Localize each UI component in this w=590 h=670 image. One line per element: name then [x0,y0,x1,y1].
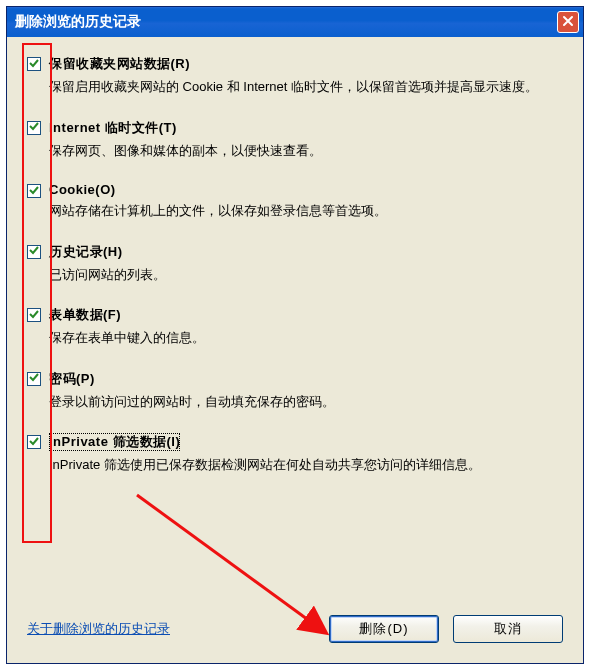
option-desc: 保留启用收藏夹网站的 Cookie 和 Internet 临时文件，以保留首选项… [49,77,563,97]
dialog-footer: 关于删除浏览的历史记录 删除(D) 取消 [7,615,583,663]
cancel-button[interactable]: 取消 [453,615,563,643]
checkbox-passwords[interactable] [27,372,41,386]
option-label: 保留收藏夹网站数据(R) [49,55,563,73]
check-icon [28,308,40,323]
option-passwords: 密码(P) 登录以前访问过的网站时，自动填充保存的密码。 [27,370,563,412]
dialog-content: 保留收藏夹网站数据(R) 保留启用收藏夹网站的 Cookie 和 Interne… [7,37,583,615]
option-label: Cookie(O) [49,182,563,197]
dialog-window: 删除浏览的历史记录 保留收藏夹网站数据(R) 保留启用收藏夹网站的 Cookie… [6,6,584,664]
checkbox-form-data[interactable] [27,308,41,322]
check-icon [28,244,40,259]
option-desc: 登录以前访问过的网站时，自动填充保存的密码。 [49,392,563,412]
check-icon [28,435,40,450]
checkbox-preserve-favorites[interactable] [27,57,41,71]
option-cookie: Cookie(O) 网站存储在计算机上的文件，以保存如登录信息等首选项。 [27,182,563,221]
check-icon [28,120,40,135]
option-desc: 保存在表单中键入的信息。 [49,328,563,348]
option-desc: 保存网页、图像和媒体的副本，以便快速查看。 [49,141,563,161]
svg-line-0 [137,495,322,630]
option-label: Internet 临时文件(T) [49,119,563,137]
close-icon [562,14,574,30]
delete-button[interactable]: 删除(D) [329,615,439,643]
close-button[interactable] [557,11,579,33]
checkbox-inprivate[interactable] [27,435,41,449]
check-icon [28,184,40,199]
checkbox-cookie[interactable] [27,184,41,198]
checkbox-temp-files[interactable] [27,121,41,135]
option-inprivate: InPrivate 筛选数据(I) InPrivate 筛选使用已保存数据检测网… [27,433,563,475]
option-label: 密码(P) [49,370,563,388]
check-icon [28,371,40,386]
option-temp-files: Internet 临时文件(T) 保存网页、图像和媒体的副本，以便快速查看。 [27,119,563,161]
check-icon [28,57,40,72]
checkbox-history[interactable] [27,245,41,259]
option-label: InPrivate 筛选数据(I) [49,433,180,451]
option-desc: InPrivate 筛选使用已保存数据检测网站在何处自动共享您访问的详细信息。 [49,455,563,475]
titlebar: 删除浏览的历史记录 [7,7,583,37]
window-title: 删除浏览的历史记录 [15,13,557,31]
about-link[interactable]: 关于删除浏览的历史记录 [27,620,315,638]
option-preserve-favorites: 保留收藏夹网站数据(R) 保留启用收藏夹网站的 Cookie 和 Interne… [27,55,563,97]
option-desc: 网站存储在计算机上的文件，以保存如登录信息等首选项。 [49,201,563,221]
option-desc: 已访问网站的列表。 [49,265,563,285]
option-label: 历史记录(H) [49,243,563,261]
option-form-data: 表单数据(F) 保存在表单中键入的信息。 [27,306,563,348]
option-history: 历史记录(H) 已访问网站的列表。 [27,243,563,285]
option-label: 表单数据(F) [49,306,563,324]
